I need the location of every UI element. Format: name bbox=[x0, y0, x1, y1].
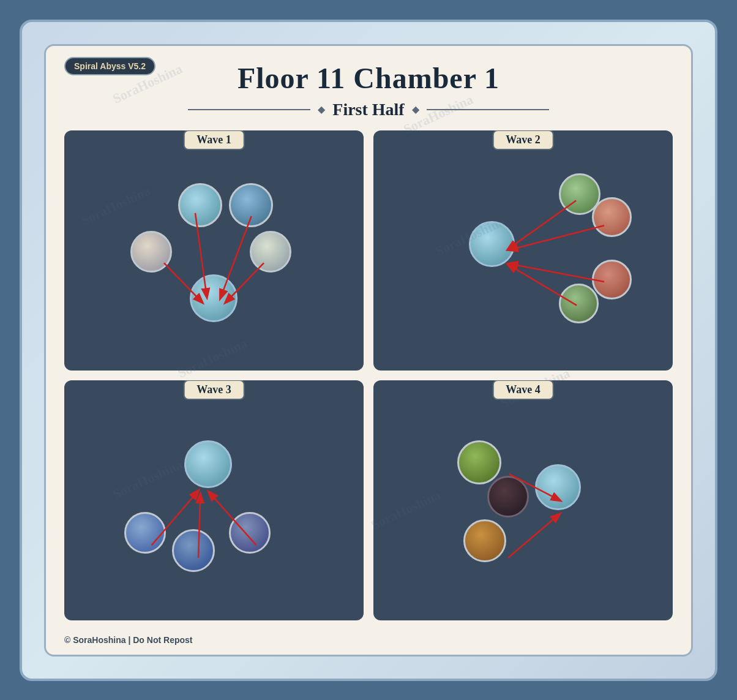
wave4-char1 bbox=[457, 440, 501, 484]
wave2-char4 bbox=[559, 284, 599, 323]
wave3-label: Wave 3 bbox=[183, 380, 245, 400]
wave3-panel: Wave 3 bbox=[64, 380, 364, 620]
wave3-char3 bbox=[229, 512, 271, 554]
wave3-char1 bbox=[124, 512, 166, 554]
wave2-char3 bbox=[592, 260, 632, 299]
wave2-panel: Wave 2 bbox=[373, 130, 673, 371]
half-title: First Half bbox=[332, 100, 404, 119]
divider-left bbox=[188, 109, 310, 110]
wave1-char2 bbox=[229, 183, 273, 227]
wave4-label: Wave 4 bbox=[492, 380, 554, 400]
svg-line-5 bbox=[512, 225, 604, 249]
wave4-boss2 bbox=[535, 464, 581, 510]
wave4-content bbox=[373, 380, 673, 620]
wave3-boss bbox=[184, 440, 232, 488]
outer-frame: SoraHoshina SoraHoshina SoraHoshina Sora… bbox=[20, 20, 717, 681]
wave4-panel: Wave 4 bbox=[373, 380, 673, 620]
version-badge: Spiral Abyss V5.2 bbox=[64, 57, 155, 75]
wave1-label: Wave 1 bbox=[183, 130, 245, 150]
wave1-char4 bbox=[250, 231, 291, 273]
wave1-boss bbox=[190, 274, 238, 322]
svg-line-6 bbox=[512, 264, 604, 282]
inner-card: SoraHoshina SoraHoshina SoraHoshina Sora… bbox=[44, 44, 693, 657]
wave1-arrows bbox=[64, 130, 364, 371]
copyright: © SoraHoshina | Do Not Repost bbox=[64, 635, 192, 645]
wave1-char1 bbox=[178, 183, 222, 227]
ornament-right: ◆ bbox=[412, 103, 419, 115]
wave2-label: Wave 2 bbox=[492, 130, 554, 150]
waves-grid: Wave 1 bbox=[64, 130, 673, 620]
section-header: ◆ First Half ◆ bbox=[64, 100, 673, 119]
wave1-content bbox=[64, 130, 364, 371]
wave2-char2 bbox=[592, 197, 632, 237]
wave2-boss bbox=[469, 221, 515, 267]
wave2-arrows bbox=[373, 130, 673, 371]
wave4-char2 bbox=[463, 519, 506, 562]
ornament-left: ◆ bbox=[318, 103, 325, 115]
wave1-char3 bbox=[130, 231, 172, 273]
page-title: Floor 11 Chamber 1 bbox=[64, 61, 673, 95]
wave3-char2 bbox=[172, 529, 215, 572]
divider-right bbox=[427, 109, 549, 110]
wave1-panel: Wave 1 bbox=[64, 130, 364, 371]
wave3-arrows bbox=[64, 380, 364, 620]
wave3-content bbox=[64, 380, 364, 620]
svg-line-12 bbox=[508, 516, 557, 557]
wave2-content bbox=[373, 130, 673, 371]
wave4-boss1 bbox=[487, 476, 529, 517]
